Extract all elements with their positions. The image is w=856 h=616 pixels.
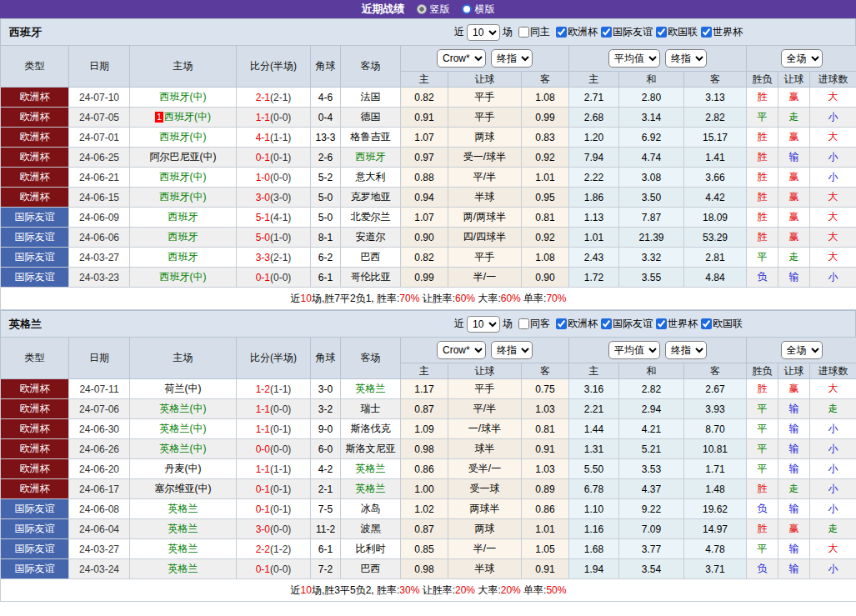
home-team-name: 西班牙(中) xyxy=(160,91,207,103)
avg-draw-odds: 4.74 xyxy=(619,148,684,168)
away-team-name: 意大利 xyxy=(356,171,386,183)
date-cell: 24-06-20 xyxy=(69,459,130,479)
vertical-layout-option[interactable]: 竖版 xyxy=(417,3,450,17)
league-filter-国际友谊[interactable]: 国际友谊 xyxy=(598,25,653,39)
league-checkbox[interactable] xyxy=(656,27,667,38)
crow-final-select[interactable]: 终指 xyxy=(491,341,533,359)
horizontal-layout-option[interactable]: 横版 xyxy=(462,3,495,17)
result-handicap: 输 xyxy=(778,559,810,579)
full-time-score: 1-1 xyxy=(256,403,270,415)
result-handicap: 赢 xyxy=(778,168,810,188)
league-filter-欧洲杯[interactable]: 欧洲杯 xyxy=(553,25,598,39)
result-goals: 大 xyxy=(810,539,856,559)
league-checkbox[interactable] xyxy=(556,318,567,329)
league-cell: 欧洲杯 xyxy=(1,419,69,439)
same-venue-checkbox[interactable] xyxy=(518,27,529,38)
recent-count-select[interactable]: 10 xyxy=(467,24,500,41)
average-final-select[interactable]: 终指 xyxy=(665,49,707,68)
avg-home-odds: 1.31 xyxy=(569,439,619,459)
col-date: 日期 xyxy=(69,46,130,88)
away-team-name: 德国 xyxy=(361,111,381,123)
crow-away-odds: 0.91 xyxy=(522,439,569,459)
league-checkbox[interactable] xyxy=(601,27,612,38)
same-venue-filter[interactable]: 同客 xyxy=(515,317,550,331)
bookmaker-select[interactable]: Crow* xyxy=(437,49,486,68)
result-handicap: 输 xyxy=(778,268,810,288)
date-cell: 24-03-27 xyxy=(69,539,130,559)
league-filter-欧洲杯[interactable]: 欧洲杯 xyxy=(553,317,598,331)
crow-home-odds: 0.94 xyxy=(401,188,448,208)
avg-away-odds: 8.70 xyxy=(684,419,747,439)
crow-home-odds: 0.85 xyxy=(401,539,448,559)
bookmaker-select[interactable]: Crow* xyxy=(437,341,486,359)
crow-final-select[interactable]: 终指 xyxy=(491,49,533,68)
result-goals: 小 xyxy=(810,499,856,519)
match-row: 国际友谊24-03-27英格兰2-2(1-2)6-1比利时0.85半/一1.05… xyxy=(1,539,856,559)
league-checkbox[interactable] xyxy=(701,318,712,329)
average-select[interactable]: 平均值 xyxy=(608,341,660,359)
home-team-name: 英格兰(中) xyxy=(160,403,207,414)
average-final-select[interactable]: 终指 xyxy=(665,341,707,359)
horizontal-radio-label[interactable]: 横版 xyxy=(475,3,495,17)
league-checkbox[interactable] xyxy=(656,318,667,329)
avg-away-odds: 4.42 xyxy=(684,188,747,208)
crow-away-odds: 0.95 xyxy=(522,188,569,208)
corner-cell: 5-0 xyxy=(311,188,341,208)
result-handicap: 输 xyxy=(778,499,810,519)
avg-away-odds: 53.29 xyxy=(684,228,747,248)
horizontal-radio-icon[interactable] xyxy=(462,4,472,14)
same-venue-checkbox[interactable] xyxy=(518,318,529,329)
crow-home-odds: 0.97 xyxy=(401,148,448,168)
crow-away-odds: 1.08 xyxy=(522,248,569,268)
league-filters: 欧洲杯国际友谊世界杯欧国联 xyxy=(553,317,743,331)
full-match-select[interactable]: 全场 xyxy=(781,49,823,68)
vertical-radio-icon[interactable] xyxy=(417,4,427,14)
corner-cell: 4-6 xyxy=(311,88,341,108)
league-filter-世界杯[interactable]: 世界杯 xyxy=(698,25,743,39)
col-corner: 角球 xyxy=(311,338,341,379)
corner-cell: 6-0 xyxy=(311,439,341,459)
same-venue-filter[interactable]: 同主 xyxy=(515,25,550,39)
match-row: 欧洲杯24-06-21西班牙(中)1-0(0-0)5-2意大利0.88平/半1.… xyxy=(1,168,856,188)
league-checkbox[interactable] xyxy=(556,27,567,38)
vertical-radio-label[interactable]: 竖版 xyxy=(430,3,450,17)
score-cell: 3-3(2-1) xyxy=(237,248,311,268)
result-outcome: 胜 xyxy=(747,148,778,168)
league-filter-世界杯[interactable]: 世界杯 xyxy=(653,317,698,331)
full-match-select[interactable]: 全场 xyxy=(781,341,823,359)
avg-away-odds: 2.81 xyxy=(684,248,747,268)
summary-segment: 70% xyxy=(546,293,566,304)
recent-count-select[interactable]: 10 xyxy=(467,316,500,333)
league-filter-欧国联[interactable]: 欧国联 xyxy=(653,25,698,39)
corner-cell: 3-0 xyxy=(311,379,341,399)
match-row: 欧洲杯24-07-11荷兰(中)1-2(1-1)3-0英格兰1.17平手0.75… xyxy=(1,379,856,399)
away-team-cell: 巴西 xyxy=(341,248,401,268)
crow-home-odds: 0.82 xyxy=(401,248,448,268)
home-team-name: 荷兰(中) xyxy=(165,383,202,394)
avg-home-odds: 2.68 xyxy=(569,108,619,128)
league-checkbox[interactable] xyxy=(701,27,712,38)
crow-away-odds: 1.08 xyxy=(522,88,569,108)
league-checkbox[interactable] xyxy=(601,318,612,329)
avg-home-odds: 2.43 xyxy=(569,248,619,268)
score-cell: 1-0(0-0) xyxy=(237,168,311,188)
league-filter-国际友谊[interactable]: 国际友谊 xyxy=(598,317,653,331)
average-odds-group: 平均值终指 xyxy=(569,338,747,363)
corner-cell: 5-2 xyxy=(311,168,341,188)
summary-segment: 让胜率: xyxy=(419,584,455,596)
match-row: 欧洲杯24-07-01西班牙(中)4-1(1-1)13-3格鲁吉亚1.07两球0… xyxy=(1,128,856,148)
corner-cell: 3-2 xyxy=(311,399,341,419)
crow-home-odds: 1.07 xyxy=(401,128,448,148)
near-label: 近 xyxy=(454,25,464,39)
score-cell: 1-2(1-1) xyxy=(237,379,311,399)
home-team-name: 西班牙 xyxy=(168,211,198,223)
home-team-cell: 英格兰(中) xyxy=(130,419,237,439)
full-time-score: 3-0 xyxy=(256,523,270,535)
subcol-handicap: 让球 xyxy=(448,363,522,379)
result-outcome: 胜 xyxy=(747,168,778,188)
average-select[interactable]: 平均值 xyxy=(608,49,660,68)
result-handicap: 赢 xyxy=(778,519,810,539)
subcol-avg-home: 主 xyxy=(569,72,619,88)
subcol-outcome: 胜负 xyxy=(747,72,778,88)
league-filter-欧国联[interactable]: 欧国联 xyxy=(698,317,743,331)
